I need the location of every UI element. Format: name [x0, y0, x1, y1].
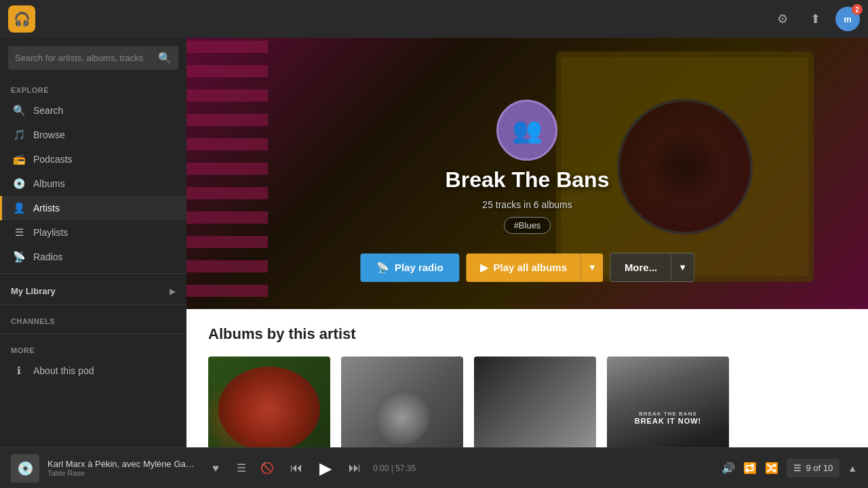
sidebar-item-label: Playlists	[33, 227, 68, 238]
current-time: 0:00	[373, 464, 389, 473]
podcasts-icon: 📻	[13, 153, 25, 165]
player-thumbnail: 💿	[11, 454, 39, 483]
queue-expand-button[interactable]: ▲	[848, 463, 857, 474]
album-art-2	[341, 357, 463, 447]
play-radio-label: Play radio	[395, 262, 443, 273]
lyrics-button[interactable]: 🚫	[256, 458, 278, 479]
search-input[interactable]	[15, 46, 153, 70]
player-bar: 💿 Karl Marx à Pékin, avec Mylène Gaulard…	[0, 447, 868, 488]
artists-icon: 👤	[13, 202, 25, 214]
artist-name: Break The Bans	[446, 167, 610, 192]
repeat-button[interactable]: 🔁	[743, 462, 757, 474]
album-thumbnail: BREAK THE BANSPROPAGANDA ▶	[474, 357, 596, 447]
player-thumb-icon: 💿	[17, 460, 34, 476]
upload-button[interactable]: ⬆	[803, 7, 827, 31]
sidebar-item-label: Podcasts	[33, 154, 73, 165]
more-dropdown-button[interactable]: ▼	[671, 253, 694, 282]
play-all-label: Play all albums	[494, 262, 567, 273]
sidebar-item-playlists[interactable]: ☰ Playlists	[0, 220, 186, 245]
sidebar-item-label: About this pod	[33, 365, 94, 376]
sidebar-item-podcasts[interactable]: 📻 Podcasts	[0, 147, 186, 171]
album-card[interactable]: BREAK THE BANS ▶ Break The Bans	[208, 357, 330, 447]
album-card[interactable]: BREAK THE BANSBreak It Now! ▶ Break It N…	[607, 357, 729, 447]
browse-icon: 🎵	[13, 129, 25, 141]
queue-list-icon: ☰	[793, 463, 802, 473]
albums-icon: 💿	[13, 178, 25, 190]
search-submit-button[interactable]: 🔍	[158, 52, 172, 64]
favorite-button[interactable]: ♥	[205, 458, 226, 479]
albums-section-title: Albums by this artist	[208, 325, 846, 343]
topbar: 🎧 ⚙ ⬆ m 2	[0, 0, 868, 38]
logo-icon: 🎧	[14, 11, 31, 27]
main-layout: 🔍 Explore 🔍 Search 🎵 Browse 📻 Podcasts 💿…	[0, 38, 868, 447]
more-label: More...	[625, 262, 657, 273]
previous-button[interactable]: ⏮	[286, 458, 307, 479]
avatar-label: m	[844, 14, 852, 24]
queue-counter[interactable]: ☰ 9 of 10	[787, 459, 840, 477]
search-icon: 🔍	[13, 104, 25, 117]
genre-tag[interactable]: #Blues	[504, 217, 551, 234]
sidebar-item-label: Albums	[33, 178, 65, 189]
speaker-cone	[617, 99, 753, 235]
sidebar-item-radios[interactable]: 📡 Radios	[0, 245, 186, 269]
artist-avatar-icon: 👥	[512, 116, 542, 144]
hero-section: 👥 Break The Bans 25 tracks in 6 albums #…	[186, 38, 868, 309]
chevron-right-icon: ▶	[170, 287, 176, 296]
next-button[interactable]: ⏭	[344, 458, 365, 479]
radios-icon: 📡	[13, 251, 25, 263]
info-icon: ℹ	[13, 365, 25, 377]
player-controls: ⏮ ▶ ⏭	[286, 455, 365, 482]
artist-avatar: 👥	[497, 100, 558, 161]
sidebar-item-search[interactable]: 🔍 Search	[0, 98, 186, 123]
hero-actions: 📡 Play radio ▶ Play all albums ▼ More...	[360, 253, 694, 282]
channels-label: Channels	[0, 309, 186, 329]
sidebar-item-artists[interactable]: 👤 Artists	[0, 196, 186, 220]
content-area: 👥 Break The Bans 25 tracks in 6 albums #…	[186, 38, 868, 447]
search-box: 🔍	[8, 46, 178, 70]
albums-grid: BREAK THE BANS ▶ Break The Bans	[208, 357, 846, 447]
more-section-label: More	[0, 338, 186, 359]
sidebar-item-label: Artists	[33, 203, 60, 214]
player-artist-name: Table Rase	[47, 469, 197, 477]
queue-list-button[interactable]: ☰	[231, 458, 252, 479]
album-card[interactable]: ▶ Children in the Closet	[341, 357, 463, 447]
player-action-buttons: ♥ ☰ 🚫	[205, 458, 278, 479]
artist-subtitle: 25 tracks in 6 albums	[482, 199, 572, 210]
album-art-1: BREAK THE BANS	[208, 357, 330, 447]
sidebar-section-library[interactable]: My Library ▶	[0, 278, 186, 300]
chevron-down-icon: ▼	[588, 262, 597, 272]
queue-count: 9 of 10	[806, 463, 833, 473]
sidebar: 🔍 Explore 🔍 Search 🎵 Browse 📻 Podcasts 💿…	[0, 38, 186, 447]
play-all-albums-button[interactable]: ▶ Play all albums	[467, 253, 580, 282]
more-button[interactable]: More...	[610, 253, 671, 282]
time-display: 0:00 | 57:35	[373, 464, 416, 473]
sidebar-item-label: Radios	[33, 251, 63, 262]
player-track-title: Karl Marx à Pékin, avec Mylène Gaulard	[47, 459, 197, 469]
hero-content: 👥 Break The Bans 25 tracks in 6 albums #…	[446, 100, 610, 234]
settings-button[interactable]: ⚙	[770, 7, 795, 31]
playlists-icon: ☰	[13, 226, 25, 239]
user-avatar[interactable]: m 2	[835, 7, 860, 31]
player-info: Karl Marx à Pékin, avec Mylène Gaulard T…	[47, 459, 197, 477]
volume-button[interactable]: 🔊	[722, 462, 735, 474]
radio-icon: 📡	[376, 262, 389, 274]
sidebar-item-browse[interactable]: 🎵 Browse	[0, 123, 186, 147]
logo-button[interactable]: 🎧	[8, 5, 35, 33]
more-chevron-icon: ▼	[678, 262, 687, 272]
more-group: More... ▼	[610, 253, 694, 282]
play-all-dropdown-button[interactable]: ▼	[580, 253, 604, 282]
play-pause-button[interactable]: ▶	[312, 455, 339, 482]
sidebar-item-albums[interactable]: 💿 Albums	[0, 171, 186, 196]
shuffle-button[interactable]: 🔀	[765, 462, 778, 474]
notification-badge: 2	[852, 4, 863, 15]
sidebar-divider-2	[0, 304, 186, 305]
album-card[interactable]: BREAK THE BANSPROPAGANDA ▶ Propaganda	[474, 357, 596, 447]
albums-section: Albums by this artist BREAK THE BANS ▶ B…	[186, 309, 868, 447]
total-time: 57:35	[395, 464, 416, 473]
sidebar-item-label: Search	[33, 105, 63, 116]
sidebar-item-about[interactable]: ℹ About this pod	[0, 359, 186, 383]
play-radio-button[interactable]: 📡 Play radio	[360, 253, 460, 282]
my-library-label: My Library	[11, 286, 56, 296]
sidebar-divider-3	[0, 333, 186, 334]
play-all-group: ▶ Play all albums ▼	[467, 253, 604, 282]
